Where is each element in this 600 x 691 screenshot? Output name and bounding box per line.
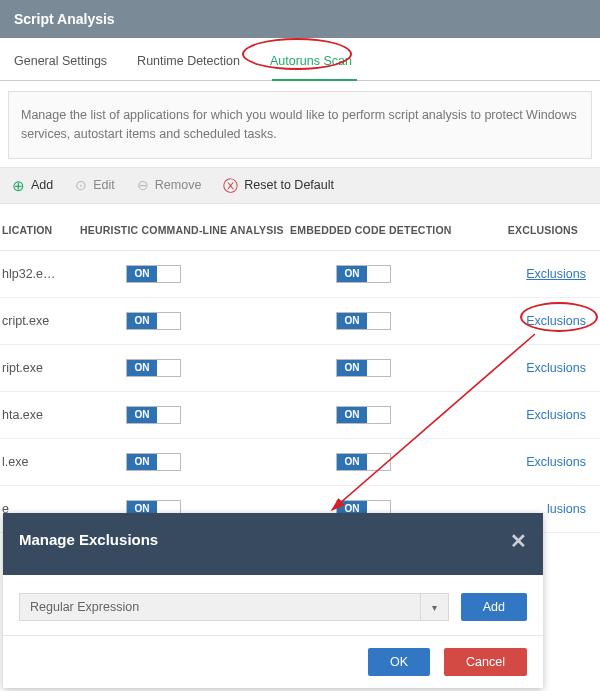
table-row[interactable]: hta.exe ON ON Exclusions (0, 392, 600, 439)
cancel-button[interactable]: Cancel (444, 648, 527, 676)
toggle-embedded[interactable]: ON (336, 265, 391, 283)
action-bar: ⊕ Add ⊙ Edit ⊖ Remove ⓧ Reset to Default (0, 167, 600, 204)
close-icon[interactable]: ✕ (510, 531, 527, 551)
select-value: Regular Expression (30, 600, 139, 614)
remove-label: Remove (155, 178, 202, 192)
ok-button[interactable]: OK (368, 648, 430, 676)
manage-exclusions-dialog: Manage Exclusions ✕ Regular Expression ▾… (3, 513, 543, 688)
exclusions-link[interactable]: Exclusions (526, 408, 586, 422)
reset-label: Reset to Default (244, 178, 334, 192)
cell-application: cript.exe (0, 314, 80, 328)
dialog-footer: OK Cancel (3, 635, 543, 688)
cell-application: ript.exe (0, 361, 80, 375)
toggle-embedded[interactable]: ON (336, 359, 391, 377)
tabs-bar: General Settings Runtime Detection Autor… (0, 38, 600, 81)
exclusions-link[interactable]: lusions (547, 502, 586, 516)
col-exclusions[interactable]: EXCLUSIONS (490, 224, 592, 236)
toggle-embedded[interactable]: ON (336, 406, 391, 424)
col-application[interactable]: LICATION (0, 224, 80, 236)
edit-label: Edit (93, 178, 115, 192)
tab-general-settings[interactable]: General Settings (14, 50, 107, 80)
cell-application: hta.exe (0, 408, 80, 422)
remove-button: ⊖ Remove (137, 178, 202, 192)
x-circle-icon: ⓧ (223, 178, 238, 193)
pencil-circle-icon: ⊙ (75, 178, 87, 192)
page-title: Script Analysis (0, 0, 600, 38)
exclusions-link[interactable]: Exclusions (526, 361, 586, 375)
applications-table: LICATION HEURISTIC COMMAND-LINE ANALYSIS… (0, 204, 600, 533)
col-heuristic[interactable]: HEURISTIC COMMAND-LINE ANALYSIS (80, 224, 290, 236)
tab-autoruns-scan[interactable]: Autoruns Scan (270, 50, 352, 80)
minus-circle-icon: ⊖ (137, 178, 149, 192)
toggle-heuristic[interactable]: ON (126, 312, 181, 330)
table-row[interactable]: cript.exe ON ON Exclusions (0, 298, 600, 345)
edit-button: ⊙ Edit (75, 178, 115, 192)
description-text: Manage the list of applications for whic… (8, 91, 592, 159)
add-label: Add (31, 178, 53, 192)
add-button[interactable]: ⊕ Add (12, 178, 53, 193)
active-tab-underline (272, 79, 357, 81)
expression-type-select[interactable]: Regular Expression ▾ (19, 593, 449, 621)
cell-application: hlp32.e… (0, 267, 80, 281)
exclusions-link[interactable]: Exclusions (526, 267, 586, 281)
tab-runtime-detection[interactable]: Runtime Detection (137, 50, 240, 80)
toggle-heuristic[interactable]: ON (126, 453, 181, 471)
table-header: LICATION HEURISTIC COMMAND-LINE ANALYSIS… (0, 204, 600, 251)
toggle-heuristic[interactable]: ON (126, 359, 181, 377)
chevron-down-icon: ▾ (420, 594, 448, 620)
dialog-title: Manage Exclusions (19, 531, 158, 548)
dialog-add-button[interactable]: Add (461, 593, 527, 621)
plus-circle-icon: ⊕ (12, 178, 25, 193)
exclusions-link[interactable]: Exclusions (526, 314, 586, 328)
toggle-heuristic[interactable]: ON (126, 265, 181, 283)
toggle-heuristic[interactable]: ON (126, 406, 181, 424)
toggle-embedded[interactable]: ON (336, 312, 391, 330)
table-row[interactable]: hlp32.e… ON ON Exclusions (0, 251, 600, 298)
reset-button[interactable]: ⓧ Reset to Default (223, 178, 334, 193)
table-row[interactable]: ript.exe ON ON Exclusions (0, 345, 600, 392)
exclusions-link[interactable]: Exclusions (526, 455, 586, 469)
cell-application: l.exe (0, 455, 80, 469)
table-row[interactable]: l.exe ON ON Exclusions (0, 439, 600, 486)
dialog-header: Manage Exclusions ✕ (3, 513, 543, 575)
col-embedded[interactable]: EMBEDDED CODE DETECTION (290, 224, 490, 236)
toggle-embedded[interactable]: ON (336, 453, 391, 471)
